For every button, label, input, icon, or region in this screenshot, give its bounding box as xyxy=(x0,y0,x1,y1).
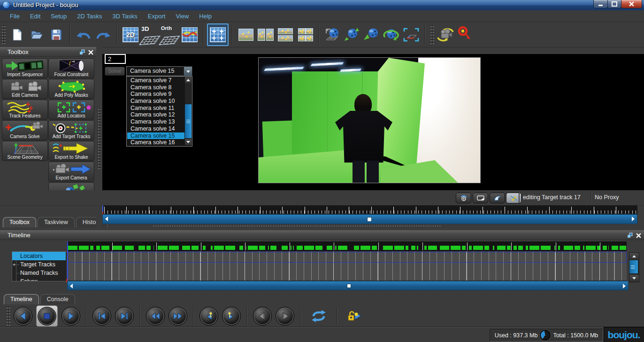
show-tracks-button[interactable] xyxy=(490,193,505,203)
view-2d-button[interactable]: 2D xyxy=(121,24,140,45)
list-scrollbar[interactable] xyxy=(185,77,192,145)
tree-expander[interactable]: + xyxy=(13,260,18,269)
close-button[interactable] xyxy=(621,0,642,8)
scrubber-ruler[interactable] xyxy=(102,205,637,214)
menu-item[interactable]: Setup xyxy=(46,11,72,21)
toolbox-tab[interactable]: Taskview xyxy=(38,217,75,227)
jump-to-start-button[interactable] xyxy=(146,307,165,326)
loop-toggle[interactable] xyxy=(309,310,328,323)
timeline-track-item[interactable]: Locators xyxy=(12,252,66,260)
menu-item[interactable]: 3D Tasks xyxy=(107,11,143,21)
timeline-vertical-scrollbar[interactable] xyxy=(629,252,639,282)
timeline-playhead[interactable] xyxy=(67,241,68,280)
toolbox-tool-button[interactable]: Edit Camera xyxy=(2,79,48,99)
new-project-button[interactable] xyxy=(7,24,27,45)
menu-item[interactable]: 2D Tasks xyxy=(72,11,107,21)
close-panel-icon[interactable] xyxy=(636,232,641,240)
stop-button[interactable] xyxy=(38,307,56,326)
export-lock-button[interactable] xyxy=(346,310,363,322)
scrubber-handle[interactable] xyxy=(367,217,372,222)
previous-key-button[interactable] xyxy=(199,307,218,326)
dropdown-option[interactable]: Camera solve 11 xyxy=(127,105,184,112)
toolbar-grip[interactable] xyxy=(1,25,6,44)
timeline-horizontal-scrollbar[interactable] xyxy=(67,281,629,290)
scrollbar-thumb[interactable] xyxy=(629,260,638,273)
toolbar-grip[interactable] xyxy=(430,25,434,44)
open-project-button[interactable] xyxy=(27,24,46,45)
step-back-button[interactable] xyxy=(92,307,111,326)
toolbox-tab[interactable]: Toolbox xyxy=(3,217,36,227)
scroll-left-icon[interactable] xyxy=(70,284,73,288)
dropdown-option[interactable]: Camera solve 12 xyxy=(127,111,184,118)
menu-item[interactable]: Export xyxy=(143,11,171,21)
previous-frame-button-disabled[interactable] xyxy=(253,307,272,326)
toolbox-tool-button[interactable]: Add Target Tracks xyxy=(48,120,94,140)
bottom-tab[interactable]: Console xyxy=(40,294,75,304)
toolbox-tool-button[interactable]: Track Features xyxy=(2,100,48,120)
jump-to-end-button[interactable] xyxy=(169,307,187,326)
view-orth-button[interactable]: Orth xyxy=(160,24,180,45)
toolbox-tool-button[interactable]: Camera Solve xyxy=(2,120,48,140)
scroll-down-button[interactable] xyxy=(185,139,192,145)
menu-item[interactable]: Help xyxy=(194,11,217,21)
timeline-track-item[interactable]: Solves xyxy=(12,277,67,281)
refine-camera-button[interactable] xyxy=(436,24,455,45)
timeline-ruler[interactable] xyxy=(67,241,627,251)
close-panel-icon[interactable] xyxy=(88,48,93,57)
viewport-canvas[interactable]: 2 Solve Camera solve 15 Camera solve 7Ca… xyxy=(102,54,644,190)
scrubber-scrollbar[interactable] xyxy=(102,214,637,224)
menu-item[interactable]: Edit xyxy=(25,11,46,21)
scroll-right-icon[interactable] xyxy=(632,217,635,221)
scroll-left-icon[interactable] xyxy=(105,217,108,221)
save-project-button[interactable] xyxy=(46,24,66,45)
dropdown-arrow-button[interactable] xyxy=(184,66,192,77)
pick-locator-button[interactable] xyxy=(455,24,475,45)
dropdown-option[interactable]: Camera solve 16 xyxy=(127,139,184,146)
menu-item[interactable]: View xyxy=(170,11,194,21)
float-panel-icon[interactable] xyxy=(627,232,633,240)
dropdown-option[interactable]: Camera solve 10 xyxy=(127,98,184,105)
bottom-tab[interactable]: Timeline xyxy=(4,294,39,304)
frame-view-button[interactable] xyxy=(401,24,421,45)
quad-grid-view-button[interactable] xyxy=(207,23,229,46)
play-button[interactable] xyxy=(61,307,80,326)
minimize-button[interactable] xyxy=(593,0,608,8)
toolbox-tool-button[interactable]: Add Locators xyxy=(48,100,94,120)
undo-button[interactable] xyxy=(74,24,93,45)
play-backwards-button[interactable] xyxy=(14,307,32,326)
transport-grip[interactable] xyxy=(6,307,10,326)
scrollbar-handle[interactable] xyxy=(347,284,351,288)
toolbox-tool-button[interactable]: Add Poly Masks xyxy=(48,79,94,99)
quad-view-button[interactable] xyxy=(295,24,315,45)
dropdown-option[interactable]: Camera solve 7 xyxy=(127,77,184,84)
dolly-view-button[interactable] xyxy=(342,24,362,45)
single-view-button[interactable] xyxy=(236,24,256,45)
dropdown-option[interactable]: Camera solve 15 xyxy=(127,132,184,140)
timeline-track-item[interactable]: +Target Tracks xyxy=(12,260,67,269)
scroll-right-icon[interactable] xyxy=(623,284,626,288)
graph-view-button[interactable] xyxy=(180,24,199,45)
scroll-up-button[interactable] xyxy=(185,77,192,83)
menu-item[interactable]: File xyxy=(5,11,25,21)
maximize-button[interactable] xyxy=(607,0,621,8)
dropdown-option[interactable]: Camera solve 13 xyxy=(127,118,184,125)
dropdown-option[interactable]: Camera solve 8 xyxy=(127,84,184,91)
zoom-view-button[interactable] xyxy=(362,24,382,45)
step-forward-button[interactable] xyxy=(115,307,134,326)
float-panel-icon[interactable] xyxy=(79,48,85,57)
video-frame[interactable] xyxy=(258,57,481,183)
view-3d-button[interactable]: 3D xyxy=(140,24,160,45)
scroll-up-button[interactable] xyxy=(629,253,639,260)
scroll-down-button[interactable] xyxy=(629,275,639,282)
dropdown-option[interactable]: Camera solve 9 xyxy=(127,91,184,98)
scrollbar-thumb[interactable] xyxy=(185,104,192,138)
two-pane-view-button[interactable] xyxy=(256,24,276,45)
toolbox-tool-button[interactable]: Export to Shake xyxy=(48,141,94,161)
show-target-button[interactable] xyxy=(456,193,471,203)
orbit-view-button[interactable] xyxy=(382,24,401,45)
splitter-handle-horizontal[interactable] xyxy=(153,225,441,227)
camera-solve-dropdown[interactable]: Camera solve 15 xyxy=(126,66,187,76)
toolbox-tool-button[interactable]: Import Sequence xyxy=(2,58,48,78)
dropdown-option[interactable]: Camera solve 14 xyxy=(127,125,184,132)
timeline-track-item[interactable]: Named Tracks xyxy=(12,269,67,277)
